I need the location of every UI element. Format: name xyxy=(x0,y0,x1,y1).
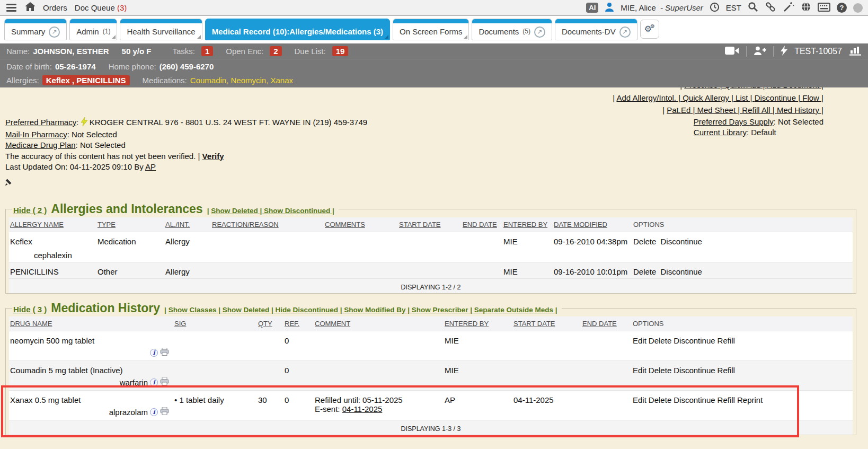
show-deleted-link[interactable]: Show Deleted xyxy=(223,306,276,314)
patient-name[interactable]: JOHNSON, ESTHER xyxy=(33,47,109,56)
due-list-count-badge[interactable]: 19 xyxy=(332,46,349,56)
drug-info-icon[interactable]: i xyxy=(150,408,158,416)
col-start-date[interactable]: START DATE xyxy=(399,221,441,228)
meds-hide-link[interactable]: Hide ( 3 ) xyxy=(13,305,47,314)
delete-option[interactable]: Delete xyxy=(649,336,671,345)
col-entered-by[interactable]: ENTERED BY xyxy=(445,320,489,328)
add-user-icon[interactable] xyxy=(754,46,766,57)
med-sheet-link[interactable]: Med Sheet xyxy=(697,105,742,115)
delete-option[interactable]: Delete xyxy=(633,267,656,276)
tab-health-surveillance[interactable]: Health Surveillance xyxy=(120,19,202,40)
preferred-pharmacy-link[interactable]: Preferred Pharmacy xyxy=(5,118,76,127)
delete-option[interactable]: Delete xyxy=(649,395,671,404)
menu-doc-queue[interactable]: Doc Queue (3) xyxy=(75,3,127,12)
medicare-drug-plan-link[interactable]: Medicare Drug Plan xyxy=(5,140,76,149)
refill-option[interactable]: Refill xyxy=(718,336,735,345)
drug-info-icon[interactable]: i xyxy=(150,378,158,386)
add-document-link[interactable]: Add Document xyxy=(767,87,823,90)
quick-allergy-link[interactable]: Quick Allergy xyxy=(683,93,736,102)
current-library-link[interactable]: Current Library xyxy=(694,128,747,137)
col-end-date[interactable]: END DATE xyxy=(463,221,497,228)
med-history-link[interactable]: Med History xyxy=(777,105,823,115)
show-discontinued-link[interactable]: Show Discontinued xyxy=(264,207,334,215)
col-reaction[interactable]: REACTION/REASON xyxy=(212,221,279,228)
external-link-icon[interactable]: ↗ xyxy=(619,27,631,38)
discontinue-option[interactable]: Discontinue xyxy=(661,237,702,246)
edit-option[interactable]: Edit xyxy=(633,366,646,375)
discontinue-option[interactable]: Discontinue xyxy=(661,267,702,276)
tab-documents[interactable]: Documents (5) ↗ xyxy=(472,19,552,40)
video-camera-icon[interactable] xyxy=(725,46,739,57)
flow-link[interactable]: Flow xyxy=(802,93,823,102)
menu-orders[interactable]: Orders xyxy=(43,3,67,12)
lightning-bolt-icon[interactable] xyxy=(781,46,787,57)
keyboard-icon[interactable] xyxy=(818,3,830,13)
tab-summary[interactable]: Summary ↗ xyxy=(4,19,67,40)
link-icon[interactable] xyxy=(765,1,776,14)
show-modified-by-link[interactable]: Show Modified By xyxy=(344,306,412,314)
external-link-icon[interactable]: ↗ xyxy=(49,27,60,38)
tab-documents-dv[interactable]: Documents-DV ↗ xyxy=(555,19,637,40)
prescribe-link[interactable]: Prescribe xyxy=(684,87,724,90)
tab-medical-record[interactable]: Medical Record (10):Allergies/Medication… xyxy=(205,19,390,40)
discontinue-link[interactable]: Discontinue xyxy=(755,93,803,102)
col-drug-name[interactable]: DRUG NAME xyxy=(10,320,52,328)
delete-option[interactable]: Delete xyxy=(649,366,671,375)
show-deleted-link[interactable]: Show Deleted xyxy=(211,207,264,215)
delete-option[interactable]: Delete xyxy=(633,237,656,246)
show-classes-link[interactable]: Show Classes xyxy=(169,306,223,314)
tasks-count-badge[interactable]: 1 xyxy=(201,46,213,56)
refill-option[interactable]: Refill xyxy=(718,395,735,404)
col-al-int[interactable]: AL./INT. xyxy=(165,221,190,228)
col-allergy-name[interactable]: ALLERGY NAME xyxy=(10,221,64,228)
home-icon[interactable] xyxy=(25,2,36,13)
print-icon[interactable] xyxy=(160,348,169,357)
col-entered-by[interactable]: ENTERED BY xyxy=(503,221,547,228)
col-comments[interactable]: COMMENTS xyxy=(325,221,365,228)
verify-link[interactable]: Verify xyxy=(202,152,224,161)
open-enc-count-badge[interactable]: 2 xyxy=(270,46,281,56)
external-link-icon[interactable]: ↗ xyxy=(534,27,545,38)
separate-outside-meds-link[interactable]: Separate Outside Meds xyxy=(474,306,557,314)
tab-on-screen-forms[interactable]: On Screen Forms xyxy=(393,19,469,40)
col-qty[interactable]: QTY xyxy=(258,320,272,328)
help-icon[interactable]: ? xyxy=(837,3,847,13)
col-date-modified[interactable]: DATE MODIFIED xyxy=(554,221,607,228)
mailin-pharmacy-link[interactable]: Mail-In Pharmacy xyxy=(5,130,67,139)
tab-settings-button[interactable]: ⚙ ⚙ xyxy=(640,20,659,39)
quick-add-link[interactable]: Quick Add xyxy=(724,87,767,90)
allergies-hide-link[interactable]: Hide ( 2 ) xyxy=(13,206,47,215)
col-sig[interactable]: SIG xyxy=(174,320,186,328)
col-start-date[interactable]: START DATE xyxy=(513,320,555,328)
col-comment[interactable]: COMMENT xyxy=(315,320,350,328)
refill-option[interactable]: Refill xyxy=(718,366,735,375)
discontinue-option[interactable]: Discontinue xyxy=(674,366,715,375)
hide-discontinued-link[interactable]: Hide Discontinued xyxy=(276,306,344,314)
add-allergy-link[interactable]: Add Allergy/Intol. xyxy=(616,93,683,102)
tab-admin[interactable]: Admin (1) xyxy=(69,19,117,40)
refill-all-link[interactable]: Refill All xyxy=(742,105,777,115)
allergies-badge[interactable]: Keflex , PENICILLINS xyxy=(42,75,130,85)
medications-list[interactable]: Coumadin, Neomycin, Xanax xyxy=(190,76,293,85)
col-ref[interactable]: REF. xyxy=(285,320,299,328)
status-circle-icon[interactable] xyxy=(853,3,863,13)
hamburger-menu-icon[interactable] xyxy=(5,3,17,13)
globe-icon[interactable] xyxy=(801,2,811,14)
print-icon[interactable] xyxy=(160,407,169,417)
wand-icon[interactable] xyxy=(783,2,794,14)
col-end-date[interactable]: END DATE xyxy=(582,320,617,328)
discontinue-option[interactable]: Discontinue xyxy=(674,336,715,345)
discontinue-option[interactable]: Discontinue xyxy=(674,395,715,404)
edit-option[interactable]: Edit xyxy=(633,395,646,404)
ai-badge[interactable]: AI xyxy=(586,3,598,13)
pat-ed-link[interactable]: Pat.Ed xyxy=(667,105,697,115)
bar-chart-icon[interactable] xyxy=(849,46,862,57)
show-prescriber-link[interactable]: Show Prescriber xyxy=(412,306,474,314)
esent-date-link[interactable]: 04-11-2025 xyxy=(342,404,383,413)
search-icon[interactable] xyxy=(748,2,758,14)
col-type[interactable]: TYPE xyxy=(98,221,116,228)
reprint-option[interactable]: Reprint xyxy=(737,395,763,404)
user-name[interactable]: MIE, Alice xyxy=(621,3,656,12)
drug-info-icon[interactable]: i xyxy=(150,349,158,357)
edit-pencil-icon[interactable] xyxy=(5,177,367,189)
